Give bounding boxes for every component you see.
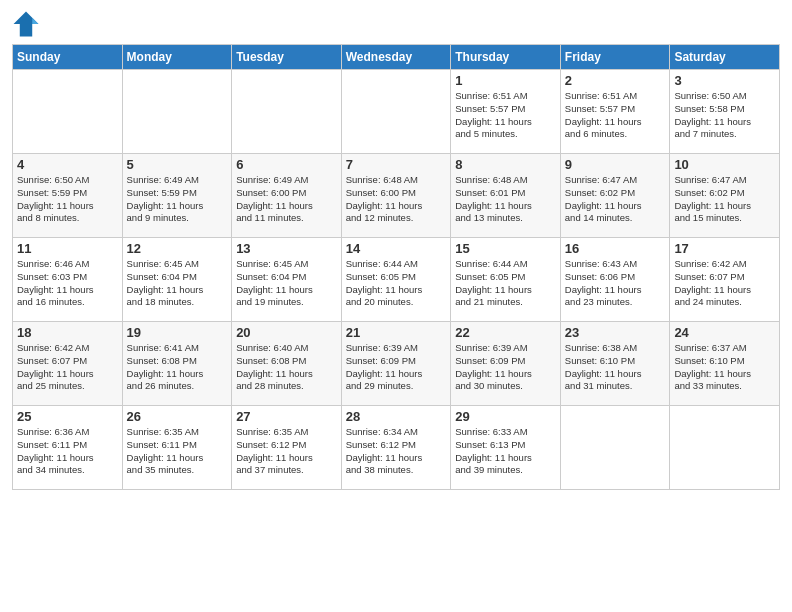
day-detail: Sunrise: 6:33 AM Sunset: 6:13 PM Dayligh… bbox=[455, 426, 556, 477]
calendar-table: SundayMondayTuesdayWednesdayThursdayFrid… bbox=[12, 44, 780, 490]
day-detail: Sunrise: 6:46 AM Sunset: 6:03 PM Dayligh… bbox=[17, 258, 118, 309]
day-detail: Sunrise: 6:49 AM Sunset: 6:00 PM Dayligh… bbox=[236, 174, 337, 225]
day-number: 22 bbox=[455, 325, 556, 340]
calendar-cell: 8Sunrise: 6:48 AM Sunset: 6:01 PM Daylig… bbox=[451, 154, 561, 238]
calendar-cell: 18Sunrise: 6:42 AM Sunset: 6:07 PM Dayli… bbox=[13, 322, 123, 406]
calendar-cell bbox=[341, 70, 451, 154]
calendar-cell: 9Sunrise: 6:47 AM Sunset: 6:02 PM Daylig… bbox=[560, 154, 670, 238]
day-number: 24 bbox=[674, 325, 775, 340]
calendar-cell: 4Sunrise: 6:50 AM Sunset: 5:59 PM Daylig… bbox=[13, 154, 123, 238]
day-number: 16 bbox=[565, 241, 666, 256]
day-detail: Sunrise: 6:51 AM Sunset: 5:57 PM Dayligh… bbox=[455, 90, 556, 141]
day-number: 21 bbox=[346, 325, 447, 340]
day-detail: Sunrise: 6:42 AM Sunset: 6:07 PM Dayligh… bbox=[674, 258, 775, 309]
calendar-week-3: 11Sunrise: 6:46 AM Sunset: 6:03 PM Dayli… bbox=[13, 238, 780, 322]
calendar-cell: 12Sunrise: 6:45 AM Sunset: 6:04 PM Dayli… bbox=[122, 238, 232, 322]
day-detail: Sunrise: 6:37 AM Sunset: 6:10 PM Dayligh… bbox=[674, 342, 775, 393]
day-detail: Sunrise: 6:50 AM Sunset: 5:59 PM Dayligh… bbox=[17, 174, 118, 225]
day-number: 9 bbox=[565, 157, 666, 172]
header bbox=[12, 10, 780, 38]
calendar-cell: 27Sunrise: 6:35 AM Sunset: 6:12 PM Dayli… bbox=[232, 406, 342, 490]
calendar-cell bbox=[232, 70, 342, 154]
calendar-cell bbox=[13, 70, 123, 154]
day-number: 8 bbox=[455, 157, 556, 172]
day-detail: Sunrise: 6:42 AM Sunset: 6:07 PM Dayligh… bbox=[17, 342, 118, 393]
calendar-cell: 15Sunrise: 6:44 AM Sunset: 6:05 PM Dayli… bbox=[451, 238, 561, 322]
day-detail: Sunrise: 6:47 AM Sunset: 6:02 PM Dayligh… bbox=[674, 174, 775, 225]
day-detail: Sunrise: 6:38 AM Sunset: 6:10 PM Dayligh… bbox=[565, 342, 666, 393]
logo-icon bbox=[12, 10, 40, 38]
calendar-cell bbox=[560, 406, 670, 490]
day-number: 17 bbox=[674, 241, 775, 256]
day-number: 3 bbox=[674, 73, 775, 88]
day-number: 13 bbox=[236, 241, 337, 256]
calendar-cell bbox=[122, 70, 232, 154]
day-detail: Sunrise: 6:41 AM Sunset: 6:08 PM Dayligh… bbox=[127, 342, 228, 393]
day-number: 28 bbox=[346, 409, 447, 424]
day-detail: Sunrise: 6:36 AM Sunset: 6:11 PM Dayligh… bbox=[17, 426, 118, 477]
day-number: 2 bbox=[565, 73, 666, 88]
calendar-cell: 5Sunrise: 6:49 AM Sunset: 5:59 PM Daylig… bbox=[122, 154, 232, 238]
day-number: 12 bbox=[127, 241, 228, 256]
calendar-cell: 13Sunrise: 6:45 AM Sunset: 6:04 PM Dayli… bbox=[232, 238, 342, 322]
calendar-cell: 16Sunrise: 6:43 AM Sunset: 6:06 PM Dayli… bbox=[560, 238, 670, 322]
day-number: 19 bbox=[127, 325, 228, 340]
calendar-cell: 21Sunrise: 6:39 AM Sunset: 6:09 PM Dayli… bbox=[341, 322, 451, 406]
calendar-cell: 3Sunrise: 6:50 AM Sunset: 5:58 PM Daylig… bbox=[670, 70, 780, 154]
day-detail: Sunrise: 6:48 AM Sunset: 6:00 PM Dayligh… bbox=[346, 174, 447, 225]
page: SundayMondayTuesdayWednesdayThursdayFrid… bbox=[0, 0, 792, 612]
weekday-header-friday: Friday bbox=[560, 45, 670, 70]
day-number: 23 bbox=[565, 325, 666, 340]
calendar-cell: 6Sunrise: 6:49 AM Sunset: 6:00 PM Daylig… bbox=[232, 154, 342, 238]
day-number: 29 bbox=[455, 409, 556, 424]
day-number: 1 bbox=[455, 73, 556, 88]
weekday-header-saturday: Saturday bbox=[670, 45, 780, 70]
svg-marker-1 bbox=[32, 18, 38, 24]
day-detail: Sunrise: 6:34 AM Sunset: 6:12 PM Dayligh… bbox=[346, 426, 447, 477]
calendar-week-2: 4Sunrise: 6:50 AM Sunset: 5:59 PM Daylig… bbox=[13, 154, 780, 238]
day-number: 20 bbox=[236, 325, 337, 340]
day-detail: Sunrise: 6:47 AM Sunset: 6:02 PM Dayligh… bbox=[565, 174, 666, 225]
day-detail: Sunrise: 6:44 AM Sunset: 6:05 PM Dayligh… bbox=[455, 258, 556, 309]
day-number: 6 bbox=[236, 157, 337, 172]
day-detail: Sunrise: 6:48 AM Sunset: 6:01 PM Dayligh… bbox=[455, 174, 556, 225]
calendar-cell: 25Sunrise: 6:36 AM Sunset: 6:11 PM Dayli… bbox=[13, 406, 123, 490]
calendar-cell: 26Sunrise: 6:35 AM Sunset: 6:11 PM Dayli… bbox=[122, 406, 232, 490]
calendar-week-4: 18Sunrise: 6:42 AM Sunset: 6:07 PM Dayli… bbox=[13, 322, 780, 406]
calendar-cell: 10Sunrise: 6:47 AM Sunset: 6:02 PM Dayli… bbox=[670, 154, 780, 238]
logo bbox=[12, 10, 44, 38]
day-number: 5 bbox=[127, 157, 228, 172]
day-number: 4 bbox=[17, 157, 118, 172]
weekday-header-monday: Monday bbox=[122, 45, 232, 70]
calendar-cell bbox=[670, 406, 780, 490]
day-detail: Sunrise: 6:45 AM Sunset: 6:04 PM Dayligh… bbox=[127, 258, 228, 309]
day-detail: Sunrise: 6:35 AM Sunset: 6:12 PM Dayligh… bbox=[236, 426, 337, 477]
day-number: 25 bbox=[17, 409, 118, 424]
calendar-cell: 14Sunrise: 6:44 AM Sunset: 6:05 PM Dayli… bbox=[341, 238, 451, 322]
weekday-header-wednesday: Wednesday bbox=[341, 45, 451, 70]
day-number: 18 bbox=[17, 325, 118, 340]
calendar-week-1: 1Sunrise: 6:51 AM Sunset: 5:57 PM Daylig… bbox=[13, 70, 780, 154]
calendar-cell: 29Sunrise: 6:33 AM Sunset: 6:13 PM Dayli… bbox=[451, 406, 561, 490]
day-detail: Sunrise: 6:39 AM Sunset: 6:09 PM Dayligh… bbox=[455, 342, 556, 393]
calendar-cell: 17Sunrise: 6:42 AM Sunset: 6:07 PM Dayli… bbox=[670, 238, 780, 322]
weekday-header-thursday: Thursday bbox=[451, 45, 561, 70]
calendar-cell: 19Sunrise: 6:41 AM Sunset: 6:08 PM Dayli… bbox=[122, 322, 232, 406]
calendar-cell: 1Sunrise: 6:51 AM Sunset: 5:57 PM Daylig… bbox=[451, 70, 561, 154]
day-detail: Sunrise: 6:45 AM Sunset: 6:04 PM Dayligh… bbox=[236, 258, 337, 309]
day-number: 14 bbox=[346, 241, 447, 256]
day-detail: Sunrise: 6:50 AM Sunset: 5:58 PM Dayligh… bbox=[674, 90, 775, 141]
day-detail: Sunrise: 6:49 AM Sunset: 5:59 PM Dayligh… bbox=[127, 174, 228, 225]
day-number: 11 bbox=[17, 241, 118, 256]
calendar-cell: 22Sunrise: 6:39 AM Sunset: 6:09 PM Dayli… bbox=[451, 322, 561, 406]
calendar-cell: 24Sunrise: 6:37 AM Sunset: 6:10 PM Dayli… bbox=[670, 322, 780, 406]
calendar-cell: 23Sunrise: 6:38 AM Sunset: 6:10 PM Dayli… bbox=[560, 322, 670, 406]
day-detail: Sunrise: 6:35 AM Sunset: 6:11 PM Dayligh… bbox=[127, 426, 228, 477]
day-number: 15 bbox=[455, 241, 556, 256]
day-detail: Sunrise: 6:44 AM Sunset: 6:05 PM Dayligh… bbox=[346, 258, 447, 309]
calendar-header-row: SundayMondayTuesdayWednesdayThursdayFrid… bbox=[13, 45, 780, 70]
weekday-header-tuesday: Tuesday bbox=[232, 45, 342, 70]
calendar-cell: 20Sunrise: 6:40 AM Sunset: 6:08 PM Dayli… bbox=[232, 322, 342, 406]
day-detail: Sunrise: 6:51 AM Sunset: 5:57 PM Dayligh… bbox=[565, 90, 666, 141]
calendar-cell: 11Sunrise: 6:46 AM Sunset: 6:03 PM Dayli… bbox=[13, 238, 123, 322]
